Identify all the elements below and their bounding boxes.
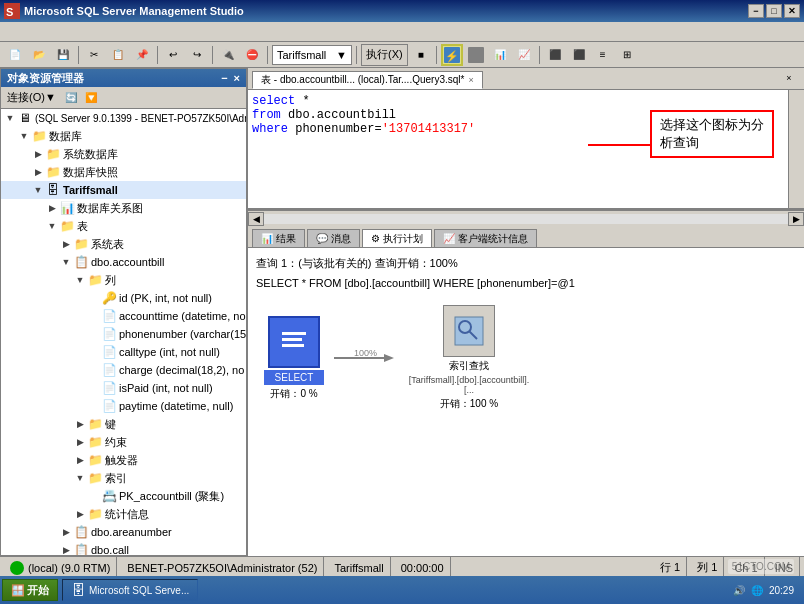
query-tab-bar: 表 - dbo.accountbill... (local).Tar....Qu… bbox=[248, 68, 804, 90]
tree-system-db[interactable]: ▶ 📁 系统数据库 bbox=[1, 145, 246, 163]
annotation-box: 选择这个图标为分 析查询 bbox=[650, 110, 774, 158]
taskbar-tray: 🔊 🌐 20:29 bbox=[725, 585, 802, 596]
paste-button[interactable]: 📌 bbox=[131, 44, 153, 66]
tree-col-id[interactable]: 🔑 id (PK, int, not null) bbox=[1, 289, 246, 307]
close-right-btn[interactable]: × bbox=[778, 68, 800, 89]
tree-indexes[interactable]: ▼ 📁 索引 bbox=[1, 469, 246, 487]
tree-columns[interactable]: ▼ 📁 列 bbox=[1, 271, 246, 289]
undo-button[interactable]: ↩ bbox=[162, 44, 184, 66]
tree-col-ispaid[interactable]: 📄 isPaid (int, not null) bbox=[1, 379, 246, 397]
status-col: 列 1 bbox=[691, 557, 724, 578]
maximize-button[interactable]: □ bbox=[766, 4, 782, 18]
tree-sys-tables[interactable]: ▶ 📁 系统表 bbox=[1, 235, 246, 253]
redo-button[interactable]: ↪ bbox=[186, 44, 208, 66]
svg-text:S: S bbox=[6, 6, 13, 18]
results-panel: 📊 结果 💬 消息 ⚙ 执行计划 📈 客户端统计信息 bbox=[248, 226, 804, 556]
toolbar-btn3[interactable]: 📊 bbox=[489, 44, 511, 66]
start-button[interactable]: 🪟 开始 bbox=[2, 579, 58, 601]
tab-clientstats[interactable]: 📈 客户端统计信息 bbox=[434, 229, 537, 247]
tree-col-calltype[interactable]: 📄 calltype (int, not null) bbox=[1, 343, 246, 361]
panel-auto-hide[interactable]: − bbox=[221, 72, 227, 84]
tree-areanumber[interactable]: ▶ 📋 dbo.areanumber bbox=[1, 523, 246, 541]
editor-scrollbar[interactable] bbox=[788, 90, 804, 208]
app-icon: S bbox=[4, 3, 20, 19]
tab-results[interactable]: 📊 结果 bbox=[252, 229, 305, 247]
plan-arrow-area: 100% bbox=[334, 348, 394, 368]
svg-rect-7 bbox=[282, 332, 306, 335]
plan-node-select: SELECT 开销：0 % bbox=[264, 316, 324, 401]
tree-databases[interactable]: ▼ 📁 数据库 bbox=[1, 127, 246, 145]
cut-button[interactable]: ✂ bbox=[83, 44, 105, 66]
tree-diagram[interactable]: ▶ 📊 数据库关系图 bbox=[1, 199, 246, 217]
open-button[interactable]: 📂 bbox=[28, 44, 50, 66]
panel-title: 对象资源管理器 − × bbox=[1, 69, 246, 87]
separator2 bbox=[157, 46, 158, 64]
toolbar-btn4[interactable]: 📈 bbox=[513, 44, 535, 66]
connect-label[interactable]: 连接(O)▼ bbox=[3, 90, 60, 105]
svg-rect-4 bbox=[468, 47, 484, 63]
copy-button[interactable]: 📋 bbox=[107, 44, 129, 66]
separator1 bbox=[78, 46, 79, 64]
oe-tree: ▼ 🖥 (SQL Server 9.0.1399 - BENET-PO57ZK5… bbox=[1, 109, 246, 555]
query-tab[interactable]: 表 - dbo.accountbill... (local).Tar....Qu… bbox=[252, 71, 483, 89]
status-row: 行 1 bbox=[654, 557, 687, 578]
tree-accountbill[interactable]: ▼ 📋 dbo.accountbill bbox=[1, 253, 246, 271]
index-cost: 开销：100 % bbox=[440, 397, 498, 411]
select-label: SELECT bbox=[264, 370, 324, 385]
scroll-right-btn[interactable]: ▶ bbox=[788, 212, 804, 226]
tree-server[interactable]: ▼ 🖥 (SQL Server 9.0.1399 - BENET-PO57ZK5… bbox=[1, 109, 246, 127]
select-cost: 开销：0 % bbox=[270, 387, 317, 401]
tree-stats[interactable]: ▶ 📁 统计信息 bbox=[1, 505, 246, 523]
toolbar-btn6[interactable]: ⬛ bbox=[568, 44, 590, 66]
tree-tables[interactable]: ▼ 📁 表 bbox=[1, 217, 246, 235]
separator7 bbox=[539, 46, 540, 64]
tab-close-icon[interactable]: × bbox=[468, 75, 473, 85]
svg-rect-6 bbox=[278, 326, 310, 358]
scroll-left-btn[interactable]: ◀ bbox=[248, 212, 264, 226]
tab-execplan[interactable]: ⚙ 执行计划 bbox=[362, 229, 432, 247]
tree-keys[interactable]: ▶ 📁 键 bbox=[1, 415, 246, 433]
tree-col-charge[interactable]: 📄 charge (decimal(18,2), no bbox=[1, 361, 246, 379]
toolbar-btn7[interactable]: ≡ bbox=[592, 44, 614, 66]
execute-button[interactable]: 执行(X) bbox=[361, 44, 408, 66]
index-icon bbox=[443, 305, 495, 357]
plan-diagram: SELECT 开销：0 % 100% bbox=[256, 297, 796, 419]
save-button[interactable]: 💾 bbox=[52, 44, 74, 66]
toolbar-btn5[interactable]: ⬛ bbox=[544, 44, 566, 66]
toolbar-btn8[interactable]: ⊞ bbox=[616, 44, 638, 66]
taskbar: 🪟 开始 🗄 Microsoft SQL Serve... 🔊 🌐 20:29 bbox=[0, 576, 804, 604]
tree-col-accounttime[interactable]: 📄 accounttime (datetime, no bbox=[1, 307, 246, 325]
panel-close[interactable]: × bbox=[234, 72, 240, 84]
tab-messages[interactable]: 💬 消息 bbox=[307, 229, 360, 247]
svg-text:100%: 100% bbox=[354, 348, 377, 358]
oe-refresh-btn[interactable]: 🔄 bbox=[62, 89, 80, 107]
editor-hscrollbar[interactable]: ◀ ▶ bbox=[248, 210, 804, 226]
taskbar-ssms[interactable]: 🗄 Microsoft SQL Serve... bbox=[62, 579, 198, 601]
tree-snapshot-db[interactable]: ▶ 📁 数据库快照 bbox=[1, 163, 246, 181]
query-editor[interactable]: select * from from dbo.accountbilldbo.ac… bbox=[248, 90, 804, 210]
close-button[interactable]: ✕ bbox=[784, 4, 800, 18]
tree-col-phone[interactable]: 📄 phonenumber (varchar(15), bbox=[1, 325, 246, 343]
toolbar-btn2[interactable] bbox=[465, 44, 487, 66]
tree-tariffsmall[interactable]: ▼ 🗄 Tariffsmall bbox=[1, 181, 246, 199]
connect-button[interactable]: 🔌 bbox=[217, 44, 239, 66]
tree-pk-index[interactable]: 📇 PK_accountbill (聚集) bbox=[1, 487, 246, 505]
stop-button[interactable]: ■ bbox=[410, 44, 432, 66]
panel-title-buttons: − × bbox=[221, 72, 240, 84]
title-bar: S Microsoft SQL Server Management Studio… bbox=[0, 0, 804, 22]
new-query-button[interactable]: 📄 bbox=[4, 44, 26, 66]
oe-filter-btn[interactable]: 🔽 bbox=[82, 89, 100, 107]
minimize-button[interactable]: − bbox=[748, 4, 764, 18]
database-dropdown[interactable]: Tariffsmall ▼ bbox=[272, 45, 352, 65]
exec-plan: 查询 1：(与该批有关的) 查询开销：100% SELECT * FROM [d… bbox=[252, 252, 800, 423]
tree-triggers[interactable]: ▶ 📁 触发器 bbox=[1, 451, 246, 469]
index-sublabel: [Tariffsmall].[dbo].[accountbill].[... bbox=[404, 375, 534, 395]
svg-text:⚡: ⚡ bbox=[445, 49, 459, 63]
main-layout: 对象资源管理器 − × 连接(O)▼ 🔄 🔽 ▼ 🖥 (SQL Server 9… bbox=[0, 68, 804, 556]
analyze-icon[interactable]: ⚡ bbox=[441, 44, 463, 66]
main-toolbar: 📄 📂 💾 ✂ 📋 📌 ↩ ↪ 🔌 ⛔ Tariffsmall ▼ 执行(X) … bbox=[0, 42, 804, 68]
tree-col-paytime[interactable]: 📄 paytime (datetime, null) bbox=[1, 397, 246, 415]
tree-call[interactable]: ▶ 📋 dbo.call bbox=[1, 541, 246, 555]
tree-constraints[interactable]: ▶ 📁 约束 bbox=[1, 433, 246, 451]
disconnect-button[interactable]: ⛔ bbox=[241, 44, 263, 66]
